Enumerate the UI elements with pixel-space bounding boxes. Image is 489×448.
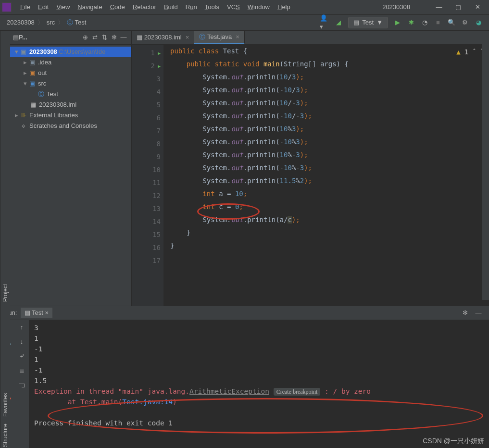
- close-icon[interactable]: ×: [236, 33, 239, 41]
- menu-help[interactable]: Help: [274, 3, 294, 12]
- debug-button[interactable]: ✱: [406, 17, 416, 28]
- tree-test-class[interactable]: ⒸTest: [10, 89, 131, 100]
- clear-icon[interactable]: ⫎: [19, 381, 25, 390]
- menu-bar: File Edit View Navigate Code Refactor Bu…: [0, 0, 489, 15]
- project-tree: ▾▣20230308 C:\Users\yan\Ide ▸▣.idea ▸▣ou…: [10, 45, 131, 133]
- menu-edit[interactable]: Edit: [34, 3, 52, 12]
- menu-refactor[interactable]: Refactor: [129, 3, 160, 12]
- close-button[interactable]: ✕: [468, 3, 487, 12]
- tool-favorites[interactable]: Favorites: [1, 393, 10, 417]
- tree-project-root[interactable]: ▾▣20230308 C:\Users\yan\Ide: [10, 47, 131, 57]
- menu-run[interactable]: Run: [182, 3, 201, 12]
- stop-button[interactable]: ■: [433, 17, 443, 28]
- menu-build[interactable]: Build: [160, 3, 182, 12]
- run-button[interactable]: ▶: [392, 17, 403, 28]
- tab-iml[interactable]: ▦ 20230308.iml×: [132, 31, 194, 44]
- hammer-icon[interactable]: ◢: [333, 17, 344, 28]
- breadcrumb-src[interactable]: src: [44, 18, 58, 27]
- close-icon[interactable]: ×: [186, 33, 189, 42]
- close-icon[interactable]: ×: [45, 309, 49, 316]
- stacktrace-link[interactable]: Test.java:14: [122, 398, 173, 406]
- maximize-button[interactable]: ▢: [449, 3, 468, 12]
- up-icon[interactable]: ↑: [20, 323, 24, 332]
- minimize-button[interactable]: ―: [429, 3, 449, 12]
- hide-icon[interactable]: —: [119, 33, 128, 42]
- tree-out[interactable]: ▸▣out: [10, 68, 131, 78]
- editor-tabs: ▦ 20230308.iml× Ⓒ Test.java×: [132, 31, 489, 45]
- app-icon: [2, 2, 12, 12]
- run-config-select[interactable]: ▤ Test ▼: [348, 17, 388, 28]
- inspection-widget[interactable]: ▲1ˆˇ: [456, 48, 484, 57]
- tool-project[interactable]: Project: [1, 284, 10, 302]
- menu-tools[interactable]: Tools: [201, 3, 223, 12]
- create-breakpoint-button[interactable]: Create breakpoint: [274, 388, 321, 396]
- down-icon[interactable]: ↓: [20, 337, 24, 346]
- wrap-icon[interactable]: ⤶: [19, 352, 25, 361]
- menu-navigate[interactable]: Navigate: [74, 3, 106, 12]
- expand-icon[interactable]: ⇄: [90, 33, 100, 42]
- locate-icon[interactable]: ⊕: [80, 33, 90, 42]
- tool-structure[interactable]: Structure: [1, 423, 10, 447]
- project-label[interactable]: P...: [19, 33, 80, 42]
- console-toolbar: ↑ ↓ ⤶ ≣ ⫎: [14, 320, 29, 448]
- tree-external-libs[interactable]: ▸⊪External Libraries: [10, 110, 131, 121]
- breadcrumb-root[interactable]: 20230308: [4, 18, 38, 27]
- tree-src[interactable]: ▾▣src: [10, 78, 131, 89]
- menu-window[interactable]: Window: [244, 3, 274, 12]
- gutter[interactable]: 1▶ 2▶ 3 4 5 6 7 8 9 10 11 12 13 14 15 16…: [132, 45, 163, 306]
- tree-idea[interactable]: ▸▣.idea: [10, 57, 131, 68]
- left-tool-strip: Project: [0, 31, 10, 306]
- collapse-icon[interactable]: ⇅: [100, 33, 109, 42]
- code-editor[interactable]: ▲1ˆˇ public class Test { public static v…: [163, 45, 489, 306]
- settings-icon[interactable]: ⚙: [460, 17, 470, 28]
- hide-icon[interactable]: —: [473, 308, 484, 318]
- user-icon[interactable]: 👤▾: [320, 17, 330, 28]
- search-icon[interactable]: 🔍: [446, 17, 457, 28]
- gear-icon[interactable]: ✻: [460, 308, 470, 318]
- menu-vcs[interactable]: VCS: [223, 3, 244, 12]
- coverage-button[interactable]: ◔: [419, 17, 430, 28]
- tab-test-java[interactable]: Ⓒ Test.java×: [194, 31, 245, 44]
- project-panel: ▤ P... ⊕ ⇄ ⇅ ✻ — ▾▣20230308 C:\Users\yan…: [10, 31, 132, 306]
- menu-file[interactable]: File: [16, 3, 34, 12]
- tree-iml[interactable]: ▦20230308.iml: [10, 100, 131, 110]
- profiler-icon[interactable]: ◕: [473, 17, 484, 28]
- watermark: CSDN @一只小妍妍: [423, 436, 484, 446]
- editor: ▦ 20230308.iml× Ⓒ Test.java× 1▶ 2▶ 3 4 5…: [132, 31, 489, 306]
- tree-scratches[interactable]: ⟐Scratches and Consoles: [10, 121, 131, 131]
- left-tool-strip-bottom: Structure Favorites: [0, 305, 10, 448]
- gear-icon[interactable]: ✻: [109, 33, 119, 42]
- navigation-bar: 20230308 〉 src 〉 Ⓒ Test 👤▾ ◢ ▤ Test ▼ ▶ …: [0, 15, 489, 31]
- run-tab[interactable]: ▤ Test ×: [21, 308, 52, 318]
- breadcrumb-leaf[interactable]: Ⓒ Test: [64, 18, 89, 27]
- window-title: 20230308: [382, 3, 410, 12]
- right-tool-strip: [482, 31, 489, 300]
- run-tool-window: Run: ▤ Test × ✻ — ▶ 🔧 ◻ ⫙ 🖶 📌 ↑ ↓ ⤶ ≣ ⫎ …: [0, 306, 489, 448]
- scroll-icon[interactable]: ≣: [19, 367, 25, 375]
- menu-view[interactable]: View: [52, 3, 74, 12]
- console-output[interactable]: 3 1 -1 1 -1 1.5 Exception in thread "mai…: [29, 320, 489, 448]
- menu-code[interactable]: Code: [106, 3, 129, 12]
